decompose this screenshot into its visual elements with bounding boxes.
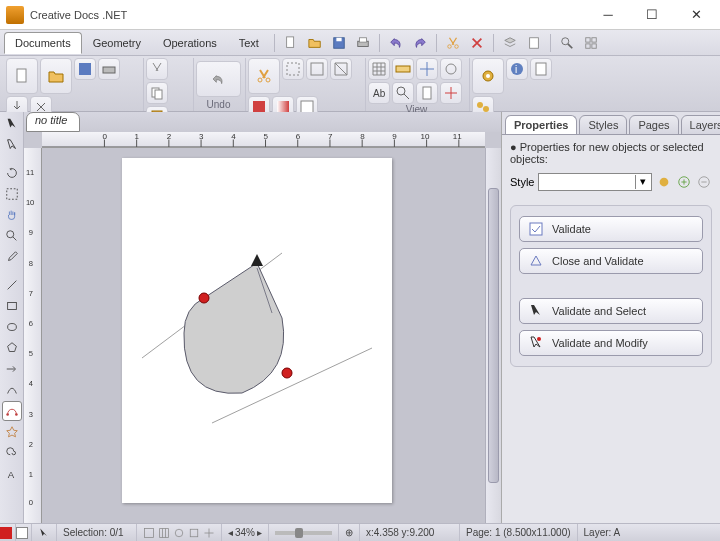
svg-text:i: i: [515, 64, 517, 75]
view-cross-button[interactable]: [440, 82, 462, 104]
undo-button[interactable]: [196, 61, 241, 97]
path-tool[interactable]: [2, 380, 22, 400]
view-guides-button[interactable]: [416, 58, 438, 80]
svg-rect-11: [592, 37, 596, 41]
status-zoom-plus[interactable]: ⊕: [339, 524, 360, 541]
open-button[interactable]: [40, 58, 72, 94]
menu-tab-text[interactable]: Text: [228, 32, 270, 54]
pointer-tool[interactable]: [2, 114, 22, 134]
validate-modify-button[interactable]: Validate and Modify: [519, 330, 703, 356]
svg-point-30: [397, 87, 405, 95]
svg-line-9: [568, 43, 572, 47]
svg-rect-18: [155, 90, 162, 99]
select-tool-button[interactable]: [248, 58, 280, 94]
scrollbar-vertical[interactable]: [485, 148, 501, 523]
close-validate-button[interactable]: Close and Validate: [519, 248, 703, 274]
svg-text:7: 7: [29, 289, 33, 298]
view-zoom-button[interactable]: [392, 82, 414, 104]
redo-icon[interactable]: [409, 33, 431, 53]
svg-text:0: 0: [102, 132, 107, 140]
svg-rect-44: [7, 303, 16, 310]
validate-button[interactable]: Validate: [519, 216, 703, 242]
svg-text:11: 11: [453, 132, 462, 140]
select-all-button[interactable]: [282, 58, 304, 80]
marquee-tool[interactable]: [2, 184, 22, 204]
select-invert-button[interactable]: [330, 58, 352, 80]
view-page-button[interactable]: [416, 82, 438, 104]
line-tool[interactable]: [2, 275, 22, 295]
ellipse-tool[interactable]: [2, 317, 22, 337]
status-slider[interactable]: [269, 524, 339, 541]
document-tab[interactable]: no title: [26, 112, 80, 132]
new-button[interactable]: [6, 58, 38, 94]
undo-icon[interactable]: [385, 33, 407, 53]
maximize-button[interactable]: ☐: [630, 1, 674, 29]
doc-info-button[interactable]: [530, 58, 552, 80]
action-group: Validate Close and Validate Validate and…: [510, 205, 712, 367]
style-add-icon[interactable]: [676, 174, 692, 190]
menu-tab-geometry[interactable]: Geometry: [82, 32, 152, 54]
svg-point-90: [660, 178, 669, 187]
swatch-stroke[interactable]: [16, 524, 32, 541]
close-button[interactable]: ✕: [674, 1, 718, 29]
tab-styles[interactable]: Styles: [579, 115, 627, 135]
group-label-undo: Undo: [196, 99, 241, 111]
tab-layers[interactable]: Layers: [681, 115, 720, 135]
select-none-button[interactable]: [306, 58, 328, 80]
settings-button[interactable]: [472, 58, 504, 94]
zoom-tool[interactable]: [2, 226, 22, 246]
view-snap-button[interactable]: [440, 58, 462, 80]
ribbon-group-view: Ab View: [366, 58, 470, 111]
polygon-tool[interactable]: [2, 338, 22, 358]
svg-text:5: 5: [29, 349, 33, 358]
direct-select-tool[interactable]: [2, 135, 22, 155]
svg-point-8: [562, 37, 569, 44]
print-button[interactable]: [98, 58, 120, 80]
open-icon[interactable]: [304, 33, 326, 53]
hand-tool[interactable]: [2, 205, 22, 225]
copy-button[interactable]: [146, 82, 168, 104]
new-doc-icon[interactable]: [280, 33, 302, 53]
info-button[interactable]: i: [506, 58, 528, 80]
page-icon[interactable]: [523, 33, 545, 53]
style-dropdown[interactable]: ▾: [538, 173, 652, 191]
rect-tool[interactable]: [2, 296, 22, 316]
print-icon[interactable]: [352, 33, 374, 53]
rotate-tool[interactable]: [2, 163, 22, 183]
view-text-button[interactable]: Ab: [368, 82, 390, 104]
swatch-fill[interactable]: [0, 524, 16, 541]
status-page: Page: 1 (8.500x11.000): [460, 524, 578, 541]
grid-icon[interactable]: [580, 33, 602, 53]
eyedropper-tool[interactable]: [2, 247, 22, 267]
star-tool[interactable]: [2, 422, 22, 442]
layers-icon[interactable]: [499, 33, 521, 53]
cut-button[interactable]: [146, 58, 168, 80]
save-icon[interactable]: [328, 33, 350, 53]
arrow-tool[interactable]: [2, 359, 22, 379]
ruler-vertical: 1110 98 76 54 32 10: [24, 148, 42, 523]
menu-tab-operations[interactable]: Operations: [152, 32, 228, 54]
view-grid-button[interactable]: [368, 58, 390, 80]
style-gear-icon[interactable]: [656, 174, 672, 190]
canvas[interactable]: [42, 148, 485, 523]
spiral-tool[interactable]: [2, 443, 22, 463]
menu-tab-documents[interactable]: Documents: [4, 32, 82, 54]
zoom-icon[interactable]: [556, 33, 578, 53]
view-rulers-button[interactable]: [392, 58, 414, 80]
close-validate-label: Close and Validate: [552, 255, 644, 267]
validate-icon: [528, 221, 544, 237]
style-remove-icon[interactable]: [696, 174, 712, 190]
bezier-tool[interactable]: [2, 401, 22, 421]
status-zoom[interactable]: ◂34%▸: [222, 524, 269, 541]
minimize-button[interactable]: ─: [586, 1, 630, 29]
save-button[interactable]: [74, 58, 96, 80]
tab-properties[interactable]: Properties: [505, 115, 577, 135]
cut-icon[interactable]: [442, 33, 464, 53]
delete-icon[interactable]: [466, 33, 488, 53]
svg-rect-12: [586, 43, 590, 47]
tab-pages[interactable]: Pages: [629, 115, 678, 135]
left-toolbox: A: [0, 112, 24, 523]
svg-text:0: 0: [29, 499, 33, 508]
validate-select-button[interactable]: Validate and Select: [519, 298, 703, 324]
text-tool[interactable]: A: [2, 464, 22, 484]
